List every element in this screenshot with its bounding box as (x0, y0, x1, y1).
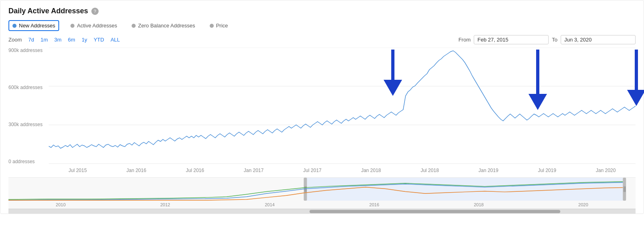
mini-chart-svg (8, 178, 636, 201)
zoom-all[interactable]: ALL (108, 36, 122, 44)
mini-x-axis: 2010 2012 2014 2016 2018 2020 (8, 201, 636, 209)
y-label-900k: 900k addresses (8, 48, 49, 53)
zoom-label: Zoom (8, 37, 22, 43)
zoom-1m[interactable]: 1m (38, 36, 50, 44)
from-date-input[interactable] (474, 35, 549, 44)
legend-label-active: Active Addresses (77, 23, 117, 29)
chart-title: Daily Active Addresses (8, 7, 88, 15)
legend-item-price[interactable]: Price (206, 21, 231, 30)
mini-chart-area: 2010 2012 2014 2016 2018 2020 (8, 177, 636, 209)
main-chart-svg (49, 48, 636, 164)
x-label-jan2017: Jan 2017 (244, 168, 264, 173)
x-label-jan2019: Jan 2019 (479, 168, 498, 173)
date-range: From To (458, 35, 636, 44)
legend-label-new: New Addresses (19, 23, 55, 29)
legend-item-active-addresses[interactable]: Active Addresses (67, 21, 120, 30)
main-container: Daily Active Addresses ? New Addresses A… (0, 0, 644, 214)
mini-x-2020: 2020 (578, 202, 588, 207)
mini-x-2016: 2016 (369, 202, 379, 207)
mini-chart-inner (8, 178, 636, 201)
legend-dot-zero (132, 24, 136, 28)
y-label-0: 0 addresses (8, 159, 49, 164)
zoom-controls: Zoom 7d 1m 3m 6m 1y YTD ALL (8, 36, 122, 44)
from-label: From (458, 37, 471, 43)
legend-dot-active (70, 24, 74, 28)
mini-x-2014: 2014 (265, 202, 275, 207)
y-label-600k: 600k addresses (8, 85, 49, 90)
legend-label-price: Price (216, 23, 228, 29)
x-label-jan2018: Jan 2018 (361, 168, 381, 173)
to-date-input[interactable] (561, 35, 636, 44)
title-row: Daily Active Addresses ? (8, 7, 636, 15)
y-axis-labels: 900k addresses 600k addresses 300k addre… (8, 48, 49, 164)
x-label-jul2016: Jul 2016 (186, 168, 204, 173)
zoom-3m[interactable]: 3m (52, 36, 64, 44)
chart-plot-area (49, 48, 636, 164)
mini-x-2018: 2018 (474, 202, 483, 207)
mini-x-2012: 2012 (160, 202, 170, 207)
legend-item-new-addresses[interactable]: New Addresses (8, 20, 59, 31)
x-label-jan2020: Jan 2020 (596, 168, 615, 173)
x-axis: Jul 2015 Jan 2016 Jul 2016 Jan 2017 Jul … (49, 164, 636, 176)
svg-rect-15 (623, 178, 626, 201)
x-label-jul2017: Jul 2017 (303, 168, 321, 173)
legend-dot-price (210, 24, 214, 28)
mini-x-2010: 2010 (56, 202, 66, 207)
scrollbar-thumb[interactable] (310, 210, 560, 213)
help-icon[interactable]: ? (91, 8, 99, 15)
to-label: To (552, 37, 557, 43)
x-label-jul2019: Jul 2019 (538, 168, 556, 173)
scrollbar-area[interactable] (8, 209, 636, 214)
zoom-ytd[interactable]: YTD (91, 36, 107, 44)
controls-row: Zoom 7d 1m 3m 6m 1y YTD ALL From To (8, 35, 636, 44)
x-label-jul2018: Jul 2018 (421, 168, 439, 173)
zoom-6m[interactable]: 6m (66, 36, 78, 44)
x-label-jan2016: Jan 2016 (126, 168, 146, 173)
y-label-300k: 300k addresses (8, 122, 49, 127)
legend-label-zero: Zero Balance Addresses (138, 23, 195, 29)
chart-area: 900k addresses 600k addresses 300k addre… (8, 48, 636, 176)
zoom-7d[interactable]: 7d (26, 36, 36, 44)
legend-item-zero-balance[interactable]: Zero Balance Addresses (128, 21, 198, 30)
legend-dot-new (12, 24, 17, 28)
zoom-1y[interactable]: 1y (79, 36, 90, 44)
x-label-jul2015: Jul 2015 (68, 168, 87, 173)
legend-row: New Addresses Active Addresses Zero Bala… (8, 20, 636, 31)
